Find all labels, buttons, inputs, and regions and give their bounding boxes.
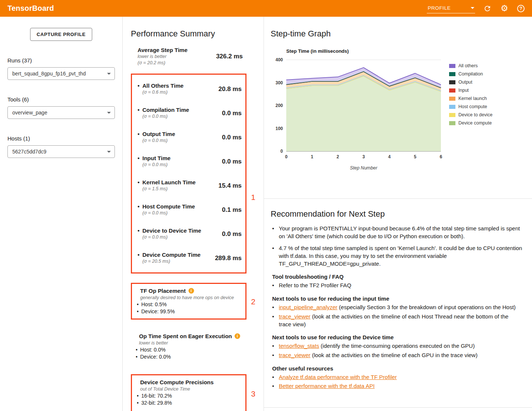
recommendation-title: Recommendation for Next Step bbox=[271, 209, 522, 219]
info-icon[interactable]: i bbox=[188, 288, 194, 294]
step-time-graph-title: Step-time Graph bbox=[271, 29, 532, 39]
svg-text:0: 0 bbox=[280, 149, 283, 154]
list-item: •Device: 99.5% bbox=[137, 308, 242, 315]
refresh-icon bbox=[483, 4, 491, 13]
legend-swatch bbox=[449, 121, 455, 125]
app-title: TensorBoard bbox=[7, 4, 54, 13]
hosts-label: Hosts (1) bbox=[7, 135, 115, 142]
bullet: • bbox=[272, 304, 279, 311]
list-item: • Better performance with the tf.data AP… bbox=[272, 382, 522, 390]
runs-select[interactable]: bert_squad_8gpu_fp16_pvt_thd bbox=[7, 67, 115, 80]
svg-text:200: 200 bbox=[275, 103, 283, 108]
eager-execution-title: Op Time Spent on Eager Execution i bbox=[139, 333, 246, 340]
metric-label: •All Others Time bbox=[138, 82, 184, 89]
item-text: (look at the activities on the timeline … bbox=[279, 313, 509, 327]
bullet: • bbox=[272, 373, 279, 381]
tfdata-api-link[interactable]: Better performance with the tf.data API bbox=[279, 383, 375, 389]
annotation-box-1: 1 •All Others Time (σ = 0.6 ms) 20.8 ms … bbox=[131, 74, 246, 274]
topbar-actions: PROFILE ⚙ ? bbox=[427, 3, 525, 13]
list-item: • Analyze tf.data performance with the T… bbox=[272, 373, 522, 381]
metric-label: •Output Time bbox=[138, 131, 175, 137]
metric-sigma: (σ = 0.0 ms) bbox=[142, 162, 171, 168]
tf-op-placement-title: TF Op Placement i bbox=[140, 287, 242, 294]
legend-item: All others bbox=[449, 63, 493, 68]
metric-row: •Input Time (σ = 0.0 ms) 0.0 ms bbox=[138, 149, 242, 174]
bullet: • bbox=[272, 352, 279, 359]
legend-swatch bbox=[449, 80, 455, 84]
info-icon[interactable]: i bbox=[235, 333, 240, 339]
legend-label: Input bbox=[458, 88, 469, 93]
annotation-box-2: 2 TF Op Placement i generally desired to… bbox=[131, 283, 246, 320]
help-icon: ? bbox=[517, 5, 525, 12]
dropdown-arrow-icon bbox=[107, 73, 111, 75]
annotation-number-3: 3 bbox=[251, 390, 255, 398]
list-item: •32-bit: 29.8% bbox=[137, 399, 242, 407]
legend-swatch bbox=[449, 64, 455, 68]
legend-swatch bbox=[449, 72, 455, 76]
performance-summary-panel: Performance Summary Average Step Time lo… bbox=[123, 17, 264, 411]
chevron-down-icon bbox=[471, 7, 474, 9]
metric-value: 289.8 ms bbox=[215, 255, 242, 262]
metric-value: 0.1 ms bbox=[222, 206, 242, 214]
tf-op-placement-note: generally desired to have more ops on de… bbox=[140, 294, 242, 301]
metric-row: •Output Time (σ = 0.0 ms) 0.0 ms bbox=[138, 125, 242, 149]
metric-sigma: (σ = 20.5 ms) bbox=[142, 258, 200, 265]
metric-row: •Device Compute Time (σ = 20.5 ms) 289.8… bbox=[138, 246, 242, 270]
list-item: •16-bit: 70.2% bbox=[137, 392, 242, 399]
metric-value: 20.8 ms bbox=[219, 85, 242, 93]
metric-value: 15.4 ms bbox=[219, 182, 242, 190]
metric-value: 0.0 ms bbox=[222, 110, 242, 117]
list-item: • Refer to the TF2 Profiler FAQ bbox=[272, 282, 522, 289]
section-heading: Next tools to use for reducing the Devic… bbox=[272, 334, 522, 340]
metric-sigma: (σ = 0.6 ms) bbox=[142, 89, 184, 96]
dashboard-select[interactable]: PROFILE bbox=[427, 4, 475, 13]
metric-row: •All Others Time (σ = 0.6 ms) 20.8 ms bbox=[138, 77, 242, 101]
capture-profile-button[interactable]: CAPTURE PROFILE bbox=[30, 28, 93, 41]
eager-execution-block: Op Time Spent on Eager Execution i lower… bbox=[131, 333, 246, 360]
tfdata-performance-link[interactable]: Analyze tf.data performance with the TF … bbox=[279, 374, 397, 380]
annotation-box-3: 3 Device Compute Precisions out of Total… bbox=[131, 374, 246, 411]
tools-select[interactable]: overview_page bbox=[7, 106, 115, 119]
metric-label: •Device Compute Time bbox=[138, 252, 200, 258]
legend-item: Kernel launch bbox=[449, 96, 493, 101]
input-pipeline-analyzer-link[interactable]: input_pipeline_analyzer bbox=[279, 304, 338, 310]
chart-area: Step Time (in milliseconds) 010020030040… bbox=[271, 48, 532, 174]
legend-label: Device to device bbox=[458, 112, 493, 117]
legend-swatch bbox=[449, 88, 455, 93]
hosts-selector: Hosts (1) 5627c5dd7dc9 bbox=[7, 135, 115, 158]
svg-text:0: 0 bbox=[285, 154, 288, 159]
refresh-button[interactable] bbox=[483, 4, 492, 13]
settings-button[interactable]: ⚙ bbox=[500, 3, 509, 13]
help-button[interactable]: ? bbox=[516, 4, 525, 13]
list-item: • 4.7 % of the total step time sampled i… bbox=[272, 245, 522, 268]
precisions-title: Device Compute Precisions bbox=[140, 379, 242, 386]
bullet: • bbox=[272, 382, 279, 390]
legend-swatch bbox=[449, 97, 455, 101]
tools-select-value: overview_page bbox=[12, 110, 47, 116]
svg-text:Step Number: Step Number bbox=[350, 165, 377, 171]
svg-text:5: 5 bbox=[414, 154, 416, 159]
step-time-graph-panel: Step-time Graph Step Time (in millisecon… bbox=[264, 17, 532, 199]
metric-value: 0.0 ms bbox=[222, 158, 242, 165]
legend-item: Output bbox=[449, 80, 493, 85]
trace-viewer-link[interactable]: trace_viewer bbox=[279, 352, 310, 358]
legend-item: Compilation bbox=[449, 71, 493, 77]
average-step-time-row: Average Step Time lower is better (σ = 2… bbox=[131, 47, 246, 66]
tensorflow-stats-link[interactable]: tensorflow_stats bbox=[279, 343, 319, 349]
dashboard-select-value: PROFILE bbox=[428, 5, 451, 11]
bullet: • bbox=[138, 203, 142, 210]
legend-label: Host compute bbox=[458, 104, 487, 109]
step-time-chart: 01002003004000123456Step Number bbox=[271, 55, 445, 173]
gear-icon: ⚙ bbox=[500, 4, 508, 13]
metric-value: 0.0 ms bbox=[222, 134, 242, 141]
bullet: • bbox=[272, 342, 279, 350]
hosts-select[interactable]: 5627c5dd7dc9 bbox=[7, 145, 115, 158]
item-text: (identify the time-consuming operations … bbox=[319, 343, 475, 349]
metric-sigma: (σ = 20.2 ms) bbox=[138, 60, 187, 66]
trace-viewer-link[interactable]: trace_viewer bbox=[279, 313, 310, 320]
tools-label: Tools (6) bbox=[7, 96, 115, 103]
bullet: • bbox=[272, 245, 279, 268]
svg-text:3: 3 bbox=[362, 154, 365, 159]
bullet: • bbox=[137, 301, 141, 308]
legend-label: Device compute bbox=[458, 120, 492, 126]
